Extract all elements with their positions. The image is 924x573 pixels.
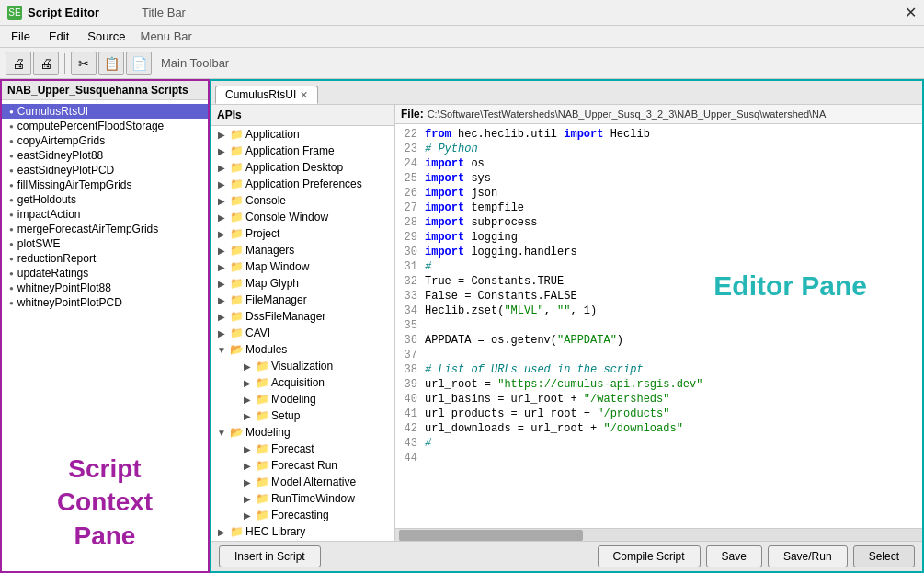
line-content[interactable]: # List of URLs used in the script (425, 363, 918, 378)
tree-node-header[interactable]: ▶📁Setup (226, 407, 394, 424)
script-item[interactable]: ●eastSidneyPlot88 (2, 148, 208, 163)
line-content[interactable]: # Python (425, 143, 918, 157)
line-content[interactable]: url_basins = url_root + "/watersheds" (425, 393, 918, 407)
script-item[interactable]: ●CumulusRtsUI (2, 104, 208, 119)
expand-icon[interactable]: ▶ (241, 477, 254, 487)
save-button[interactable]: Save (706, 545, 762, 567)
tree-node-header[interactable]: ▼📂Modeling (211, 424, 394, 441)
expand-icon[interactable]: ▶ (215, 229, 228, 239)
insert-script-button[interactable]: Insert in Script (219, 545, 321, 567)
horizontal-scrollbar[interactable] (395, 528, 922, 541)
toolbar-paste-btn[interactable]: 📄 (126, 52, 152, 75)
line-content[interactable]: import subprocess (425, 216, 918, 231)
tree-node-header[interactable]: ▶📁Model Alternative (226, 474, 394, 490)
line-content[interactable]: False = Constants.FALSE (425, 290, 918, 304)
tree-node-header[interactable]: ▶📁FileManager (211, 292, 394, 308)
expand-icon[interactable]: ▶ (215, 163, 228, 173)
line-content[interactable] (425, 349, 918, 363)
expand-icon[interactable]: ▶ (241, 378, 254, 388)
line-content[interactable]: url_downloads = url_root + "/downloads" (425, 422, 918, 437)
code-container[interactable]: 22from hec.heclib.util import Heclib23# … (395, 124, 922, 528)
expand-icon[interactable]: ▶ (241, 395, 254, 405)
tree-node-header[interactable]: ▶📁HEC Library (211, 523, 394, 540)
menu-source[interactable]: Source (80, 28, 132, 45)
expand-icon[interactable]: ▶ (215, 262, 228, 272)
line-content[interactable] (425, 319, 918, 334)
tree-node-header[interactable]: ▶📁Map Window (211, 258, 394, 275)
menu-edit[interactable]: Edit (41, 28, 76, 45)
tree-node-header[interactable]: ▶📁Console Window (211, 209, 394, 225)
script-item[interactable]: ●plotSWE (2, 236, 208, 251)
expand-icon[interactable]: ▶ (215, 279, 228, 289)
tree-node-header[interactable]: ▶📁Managers (211, 242, 394, 258)
expand-icon[interactable]: ▶ (215, 295, 228, 305)
expand-icon[interactable]: ▶ (241, 411, 254, 421)
expand-icon[interactable]: ▶ (215, 212, 228, 223)
line-content[interactable]: url_root = "https://cumulus-api.rsgis.de… (425, 378, 918, 393)
expand-icon[interactable]: ▶ (215, 146, 228, 156)
script-item[interactable]: ●updateRatings (2, 266, 208, 281)
expand-icon[interactable]: ▶ (215, 527, 228, 537)
expand-icon[interactable]: ▼ (215, 428, 228, 438)
tree-node-header[interactable]: ▶📁Map Glyph (211, 275, 394, 292)
editor-tab[interactable]: CumulusRtsUI✕ (215, 86, 318, 104)
expand-icon[interactable]: ▶ (241, 361, 254, 372)
script-item[interactable]: ●reductionReport (2, 251, 208, 266)
expand-icon[interactable]: ▶ (215, 328, 228, 338)
expand-icon[interactable]: ▶ (241, 444, 254, 454)
tree-node-header[interactable]: ▶📁Forecasting (226, 507, 394, 523)
expand-icon[interactable]: ▶ (241, 510, 254, 521)
line-content[interactable] (425, 452, 918, 466)
toolbar-copy-btn[interactable]: 📋 (98, 52, 124, 75)
script-item[interactable]: ●impactAction (2, 207, 208, 222)
line-content[interactable]: import tempfile (425, 201, 918, 216)
tree-node-header[interactable]: ▶📁Visualization (226, 358, 394, 374)
tree-node-header[interactable]: ▶📁Forecast (226, 441, 394, 457)
tree-node-header[interactable]: ▶📁Application Frame (211, 143, 394, 159)
script-item[interactable]: ●whitneyPointPlotPCD (2, 295, 208, 310)
tree-node-header[interactable]: ▼📂Modules (211, 341, 394, 358)
line-content[interactable]: True = Constants.TRUE (425, 275, 918, 290)
line-content[interactable]: Heclib.zset("MLVL", "", 1) (425, 304, 918, 319)
expand-icon[interactable]: ▶ (215, 246, 228, 256)
line-content[interactable]: import os (425, 157, 918, 172)
script-item[interactable]: ●whitneyPointPlot88 (2, 281, 208, 295)
tree-node-header[interactable]: ▶📁Console (211, 192, 394, 209)
expand-icon[interactable]: ▼ (215, 345, 228, 355)
tree-node-header[interactable]: ▶📁Modeling (226, 391, 394, 407)
line-content[interactable]: from hec.heclib.util import Heclib (425, 128, 918, 143)
expand-icon[interactable]: ▶ (215, 179, 228, 189)
line-content[interactable]: # (425, 260, 918, 275)
script-item[interactable]: ●fillMissingAirTempGrids (2, 178, 208, 192)
line-content[interactable]: import json (425, 187, 918, 201)
line-content[interactable]: import logging.handlers (425, 246, 918, 260)
tree-node-header[interactable]: ▶📁CAVI (211, 325, 394, 341)
expand-icon[interactable]: ▶ (215, 196, 228, 206)
tree-node-header[interactable]: ▶📁Forecast Run (226, 457, 394, 474)
select-button[interactable]: Select (853, 545, 915, 567)
toolbar-print-btn[interactable]: 🖨 (33, 52, 59, 75)
close-button[interactable]: ✕ (905, 4, 917, 21)
code-area[interactable]: 22from hec.heclib.util import Heclib23# … (395, 124, 922, 528)
tree-node-header[interactable]: ▶📁Application (211, 126, 394, 143)
save-run-button[interactable]: Save/Run (768, 545, 848, 567)
line-content[interactable]: # (425, 437, 918, 452)
menu-file[interactable]: File (4, 28, 38, 45)
toolbar-new-btn[interactable]: 🖨 (6, 52, 31, 75)
line-content[interactable]: APPDATA = os.getenv("APPDATA") (425, 334, 918, 349)
script-item[interactable]: ●mergeForecastAirTempGrids (2, 222, 208, 236)
script-item[interactable]: ●eastSidneyPlotPCD (2, 163, 208, 178)
script-item[interactable]: ●getHoldouts (2, 192, 208, 207)
tree-node-header[interactable]: ▶📁RunTimeWindow (226, 490, 394, 507)
line-content[interactable]: url_products = url_root + "/products" (425, 407, 918, 422)
tab-close-icon[interactable]: ✕ (300, 89, 308, 101)
compile-script-button[interactable]: Compile Script (598, 545, 701, 567)
tree-node-header[interactable]: ▶📁Application Desktop (211, 159, 394, 176)
expand-icon[interactable]: ▶ (215, 312, 228, 322)
tree-node-header[interactable]: ▶📁Application Preferences (211, 176, 394, 192)
tree-node-header[interactable]: ▶📁Acquisition (226, 374, 394, 391)
script-item[interactable]: ●copyAirtempGrids (2, 133, 208, 148)
expand-icon[interactable]: ▶ (241, 494, 254, 504)
tree-node-header[interactable]: ▶📁Project (211, 225, 394, 242)
line-content[interactable]: import sys (425, 172, 918, 187)
